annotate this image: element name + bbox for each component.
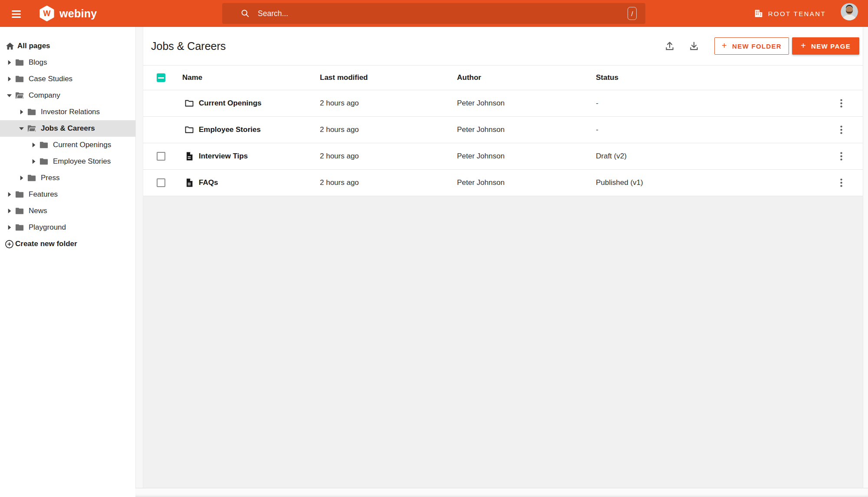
row-checkbox[interactable] bbox=[157, 178, 165, 187]
folder-icon bbox=[27, 108, 36, 116]
sidebar-item-blogs[interactable]: Blogs bbox=[0, 54, 135, 71]
user-avatar[interactable] bbox=[841, 3, 858, 20]
row-name[interactable]: Employee Stories bbox=[199, 125, 261, 134]
tenant-selector[interactable]: ROOT TENANT bbox=[754, 0, 826, 27]
row-checkbox[interactable] bbox=[157, 152, 165, 161]
folder-icon bbox=[15, 223, 24, 232]
row-last-modified: 2 hours ago bbox=[320, 125, 359, 134]
row-author: Peter Johnson bbox=[457, 152, 505, 161]
sidebar-item-employee-stories[interactable]: Employee Stories bbox=[0, 153, 135, 170]
new-folder-button[interactable]: + NEW FOLDER bbox=[714, 37, 789, 55]
table-row-current-openings[interactable]: Current Openings 2 hours ago Peter Johns… bbox=[143, 90, 863, 117]
chevron-down-icon[interactable] bbox=[7, 93, 12, 98]
folder-icon bbox=[15, 58, 24, 67]
new-folder-label: NEW FOLDER bbox=[732, 43, 782, 50]
sidebar-item-company[interactable]: Company bbox=[0, 87, 135, 104]
row-author: Peter Johnson bbox=[457, 178, 505, 187]
kebab-icon bbox=[840, 125, 842, 134]
new-page-button[interactable]: + NEW PAGE bbox=[792, 37, 859, 55]
download-icon bbox=[688, 40, 700, 52]
search-icon bbox=[240, 9, 250, 18]
search-bar[interactable]: / bbox=[222, 3, 645, 24]
upload-icon bbox=[664, 40, 675, 52]
row-last-modified: 2 hours ago bbox=[320, 99, 359, 108]
kebab-icon bbox=[840, 152, 842, 161]
table-row-interview-tips[interactable]: Interview Tips 2 hours ago Peter Johnson… bbox=[143, 143, 863, 170]
page-document-icon bbox=[184, 178, 194, 188]
import-upload-button[interactable] bbox=[664, 40, 676, 52]
chevron-right-icon[interactable] bbox=[19, 176, 24, 181]
folder-icon bbox=[39, 157, 49, 166]
table-row-employee-stories[interactable]: Employee Stories 2 hours ago Peter Johns… bbox=[143, 117, 863, 143]
app-window: W webiny / ROOT TENANT bbox=[0, 0, 868, 497]
tenant-label: ROOT TENANT bbox=[768, 10, 826, 17]
empty-checkbox-icon[interactable] bbox=[157, 178, 165, 187]
chevron-down-icon[interactable] bbox=[19, 126, 24, 131]
chevron-right-icon[interactable] bbox=[7, 77, 12, 82]
chevron-right-icon[interactable] bbox=[7, 209, 12, 214]
row-status: Draft (v2) bbox=[596, 152, 627, 161]
slash-shortcut-badge: / bbox=[628, 7, 637, 20]
sidebar-item-label: Blogs bbox=[29, 58, 47, 67]
column-header-name: Name bbox=[182, 73, 202, 82]
building-icon bbox=[754, 9, 763, 18]
plus-icon: + bbox=[801, 41, 806, 51]
column-header-status: Status bbox=[596, 73, 618, 82]
row-status: - bbox=[596, 99, 598, 108]
table-row-faqs[interactable]: FAQs 2 hours ago Peter Johnson Published… bbox=[143, 170, 863, 196]
sidebar-scrollbar-track bbox=[135, 27, 143, 497]
column-header-author: Author bbox=[457, 73, 481, 82]
row-last-modified: 2 hours ago bbox=[320, 178, 359, 187]
kebab-icon bbox=[840, 178, 842, 187]
sidebar-item-news[interactable]: News bbox=[0, 203, 135, 219]
row-author: Peter Johnson bbox=[457, 125, 505, 134]
home-icon bbox=[5, 42, 16, 50]
webiny-logo[interactable]: W webiny bbox=[39, 5, 97, 22]
sidebar-item-press[interactable]: Press bbox=[0, 170, 135, 186]
row-author: Peter Johnson bbox=[457, 99, 505, 108]
search-input[interactable] bbox=[258, 9, 628, 18]
sidebar-item-label: Playground bbox=[29, 223, 66, 232]
sidebar-item-all-pages[interactable]: All pages bbox=[0, 38, 135, 54]
indeterminate-checkbox-icon[interactable] bbox=[157, 73, 165, 82]
row-menu-button[interactable] bbox=[833, 175, 849, 191]
folder-icon bbox=[15, 75, 24, 83]
sidebar-item-label: Current Openings bbox=[53, 141, 111, 149]
row-name[interactable]: Interview Tips bbox=[199, 152, 248, 161]
folder-icon bbox=[184, 125, 194, 135]
empty-checkbox-icon[interactable] bbox=[157, 152, 165, 161]
chevron-right-icon[interactable] bbox=[7, 192, 12, 197]
top-bar: W webiny / ROOT TENANT bbox=[0, 0, 868, 27]
sidebar-item-current-openings[interactable]: Current Openings bbox=[0, 137, 135, 153]
folder-open-icon bbox=[27, 124, 36, 133]
export-download-button[interactable] bbox=[688, 40, 700, 52]
plus-icon: + bbox=[722, 41, 727, 51]
sidebar-item-label: News bbox=[29, 207, 47, 215]
chevron-right-icon[interactable] bbox=[31, 143, 36, 148]
horizontal-scrollbar-track bbox=[135, 488, 868, 497]
main-content: Jobs & Careers + NEW FOLDER bbox=[143, 27, 863, 497]
folder-open-icon bbox=[15, 91, 24, 100]
folder-icon bbox=[15, 190, 24, 199]
sidebar-item-case-studies[interactable]: Case Studies bbox=[0, 71, 135, 87]
row-menu-button[interactable] bbox=[833, 148, 849, 164]
row-last-modified: 2 hours ago bbox=[320, 152, 359, 161]
sidebar-item-label: Jobs & Careers bbox=[41, 124, 95, 133]
sidebar-item-playground[interactable]: Playground bbox=[0, 219, 135, 236]
sidebar-item-label: Press bbox=[41, 174, 59, 182]
hamburger-menu-button[interactable] bbox=[12, 10, 21, 18]
chevron-right-icon[interactable] bbox=[31, 159, 36, 164]
select-all-checkbox[interactable] bbox=[157, 73, 165, 82]
row-name[interactable]: FAQs bbox=[199, 178, 218, 187]
chevron-right-icon[interactable] bbox=[7, 225, 12, 230]
sidebar-item-features[interactable]: Features bbox=[0, 186, 135, 203]
chevron-right-icon[interactable] bbox=[7, 60, 12, 65]
chevron-right-icon[interactable] bbox=[19, 110, 24, 115]
create-new-folder-button[interactable]: Create new folder bbox=[0, 236, 135, 252]
sidebar-item-investor-relations[interactable]: Investor Relations bbox=[0, 104, 135, 120]
row-menu-button[interactable] bbox=[833, 95, 849, 111]
webiny-hexagon-icon: W bbox=[39, 6, 55, 21]
sidebar-item-jobs-careers[interactable]: Jobs & Careers bbox=[0, 120, 135, 137]
row-menu-button[interactable] bbox=[833, 122, 849, 138]
row-name[interactable]: Current Openings bbox=[199, 99, 262, 108]
